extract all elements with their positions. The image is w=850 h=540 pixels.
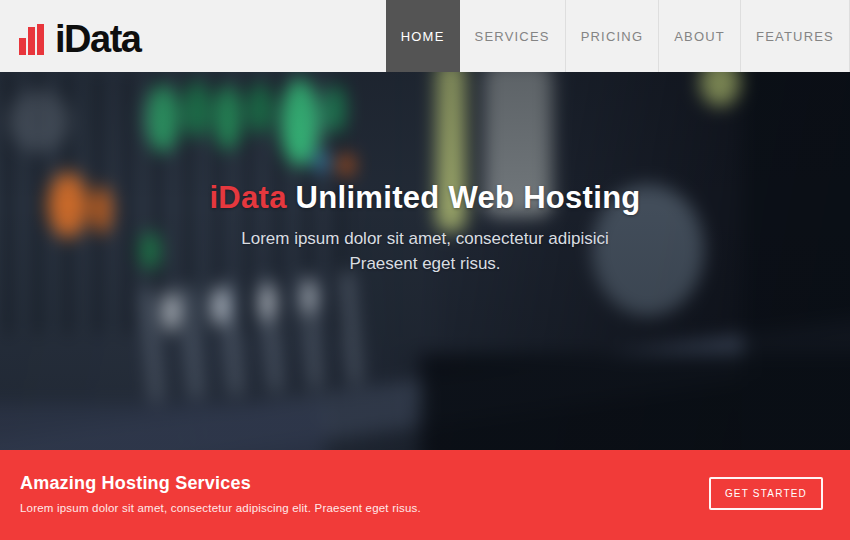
hero-content: iData Unlimited Web Hosting Lorem ipsum … [0, 72, 850, 276]
brand-logo[interactable]: iData [0, 0, 140, 72]
nav-item-label: FEATURES [756, 29, 834, 44]
nav-item-features[interactable]: FEATURES [741, 0, 850, 72]
page: iData HOME SERVICES PRICING ABOUT FEATUR… [0, 0, 850, 540]
hero-subtitle-line2: Praesent eget risus. [0, 251, 850, 276]
banner-text: Lorem ipsum dolor sit amet, consectetur … [20, 502, 421, 514]
banner-heading: Amazing Hosting Services [20, 473, 421, 494]
hero-section: iData Unlimited Web Hosting Lorem ipsum … [0, 72, 850, 450]
nav-item-pricing[interactable]: PRICING [566, 0, 660, 72]
nav-item-label: PRICING [581, 29, 644, 44]
nav-item-label: HOME [401, 29, 445, 44]
nav-item-home[interactable]: HOME [386, 0, 460, 72]
nav-item-services[interactable]: SERVICES [460, 0, 566, 72]
hero-title-accent: iData [209, 180, 286, 215]
bar-chart-icon [19, 24, 46, 55]
hero-subtitle: Lorem ipsum dolor sit amet, consectetur … [0, 226, 850, 276]
nav-item-about[interactable]: ABOUT [659, 0, 741, 72]
brand-name: iData [55, 24, 140, 55]
get-started-button[interactable]: GET STARTED [709, 477, 823, 510]
hero-title: iData Unlimited Web Hosting [0, 180, 850, 216]
nav-item-label: ABOUT [674, 29, 725, 44]
hero-subtitle-line1: Lorem ipsum dolor sit amet, consectetur … [0, 226, 850, 251]
site-header: iData HOME SERVICES PRICING ABOUT FEATUR… [0, 0, 850, 72]
cta-banner-copy: Amazing Hosting Services Lorem ipsum dol… [20, 473, 421, 514]
cta-banner: Amazing Hosting Services Lorem ipsum dol… [0, 450, 850, 540]
nav-item-label: SERVICES [475, 29, 550, 44]
main-nav: HOME SERVICES PRICING ABOUT FEATURES [386, 0, 850, 72]
hero-title-rest: Unlimited Web Hosting [287, 180, 641, 215]
